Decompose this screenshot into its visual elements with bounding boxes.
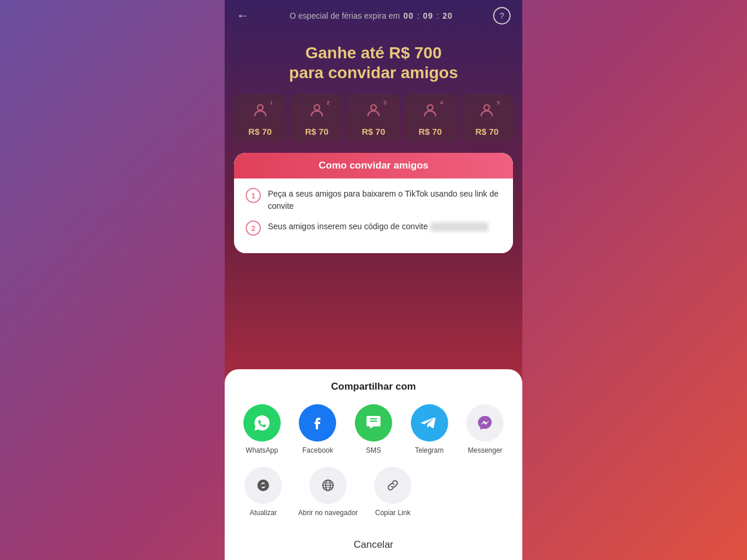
friend-amount-1: R$ 70 bbox=[249, 127, 272, 136]
messenger-label: Messenger bbox=[467, 446, 502, 456]
facebook-icon bbox=[299, 404, 336, 442]
timer-seconds: 20 bbox=[442, 11, 453, 20]
step-number-1: 1 bbox=[246, 188, 261, 203]
friend-icon-5: 5 bbox=[479, 102, 495, 122]
friend-card-2[interactable]: 2 R$ 70 bbox=[291, 94, 343, 142]
friend-icon-3: 3 bbox=[365, 102, 382, 122]
share-facebook[interactable]: Facebook bbox=[294, 404, 341, 456]
share-whatsapp[interactable]: WhatsApp bbox=[239, 404, 285, 456]
telegram-icon bbox=[411, 404, 448, 442]
friend-icon-1: 1 bbox=[252, 102, 268, 122]
svg-point-2 bbox=[371, 105, 376, 110]
friend-card-1[interactable]: 1 R$ 70 bbox=[234, 94, 286, 142]
top-bar: ← O especial de férias expira em 00 : 09… bbox=[225, 0, 522, 32]
action-browser[interactable]: Abrir no navegador bbox=[298, 467, 358, 518]
step-1-text: Peça a seus amigos para baixarem o TikTo… bbox=[268, 188, 501, 212]
friend-icon-4: 4 bbox=[422, 102, 438, 122]
friend-amount-5: R$ 70 bbox=[475, 127, 498, 136]
friend-card-5[interactable]: 5 R$ 70 bbox=[461, 94, 513, 142]
friend-card-3[interactable]: 3 R$ 70 bbox=[347, 94, 399, 142]
copy-link-label: Copiar Link bbox=[375, 509, 411, 518]
how-to-header: Como convidar amigos bbox=[234, 153, 513, 178]
how-to-step-1: 1 Peça a seus amigos para baixarem o Tik… bbox=[246, 188, 501, 212]
svg-point-0 bbox=[257, 105, 263, 110]
friend-card-4[interactable]: 4 R$ 70 bbox=[404, 94, 456, 142]
share-actions-row: Atualizar Abrir no navegador bbox=[234, 467, 513, 518]
share-messenger[interactable]: Messenger bbox=[462, 404, 508, 456]
browser-icon bbox=[309, 467, 347, 504]
messenger-icon bbox=[466, 404, 504, 442]
facebook-label: Facebook bbox=[302, 446, 333, 456]
phone-screen: ← O especial de férias expira em 00 : 09… bbox=[225, 0, 522, 560]
friend-amount-3: R$ 70 bbox=[362, 127, 385, 136]
friend-amount-4: R$ 70 bbox=[418, 127, 442, 136]
timer-minutes: 09 bbox=[423, 11, 434, 20]
svg-point-3 bbox=[428, 105, 433, 110]
share-sheet-title: Compartilhar com bbox=[234, 381, 513, 393]
sms-label: SMS bbox=[366, 446, 381, 456]
main-title-line1: Ganhe até R$ 700 bbox=[236, 43, 511, 63]
whatsapp-label: WhatsApp bbox=[246, 446, 278, 456]
copy-link-icon bbox=[374, 467, 411, 504]
share-telegram[interactable]: Telegram bbox=[406, 404, 453, 456]
refresh-icon bbox=[245, 467, 282, 504]
back-button[interactable]: ← bbox=[236, 8, 249, 23]
step-number-2: 2 bbox=[246, 220, 261, 236]
cancel-button[interactable]: Cancelar bbox=[234, 530, 513, 560]
how-to-card: Como convidar amigos 1 Peça a seus amigo… bbox=[234, 153, 513, 253]
svg-point-1 bbox=[314, 105, 319, 110]
how-to-title: Como convidar amigos bbox=[319, 160, 428, 171]
sms-icon bbox=[355, 404, 392, 442]
friend-cards-row: 1 R$ 70 2 R$ 70 3 R$ 70 bbox=[225, 88, 522, 148]
step-2-text: Seus amigos inserem seu código de convit… bbox=[268, 220, 488, 233]
help-button[interactable]: ? bbox=[493, 7, 511, 24]
share-sms[interactable]: SMS bbox=[350, 404, 397, 456]
svg-point-4 bbox=[484, 105, 490, 110]
friend-amount-2: R$ 70 bbox=[305, 127, 329, 136]
how-to-step-2: 2 Seus amigos inserem seu código de conv… bbox=[246, 220, 501, 236]
share-apps-row: WhatsApp Facebook SMS bbox=[234, 404, 513, 456]
action-refresh[interactable]: Atualizar bbox=[240, 467, 287, 518]
timer-label: O especial de férias expira em bbox=[289, 11, 400, 20]
whatsapp-icon bbox=[243, 404, 281, 442]
how-to-body: 1 Peça a seus amigos para baixarem o Tik… bbox=[234, 178, 513, 253]
main-title-line2: para convidar amigos bbox=[236, 63, 511, 83]
timer-hours: 00 bbox=[403, 11, 414, 20]
timer-section: O especial de férias expira em 00 : 09 :… bbox=[289, 11, 453, 20]
share-sheet: Compartilhar com WhatsApp Facebo bbox=[225, 369, 522, 560]
invite-code-blurred bbox=[430, 222, 488, 232]
action-copy-link[interactable]: Copiar Link bbox=[369, 467, 416, 518]
friend-icon-2: 2 bbox=[309, 102, 325, 122]
browser-label: Abrir no navegador bbox=[298, 509, 358, 518]
timer-sep2: : bbox=[437, 11, 439, 20]
refresh-label: Atualizar bbox=[250, 509, 277, 518]
telegram-label: Telegram bbox=[415, 446, 444, 456]
timer-sep1: : bbox=[417, 11, 420, 20]
main-title: Ganhe até R$ 700 para convidar amigos bbox=[225, 32, 522, 88]
